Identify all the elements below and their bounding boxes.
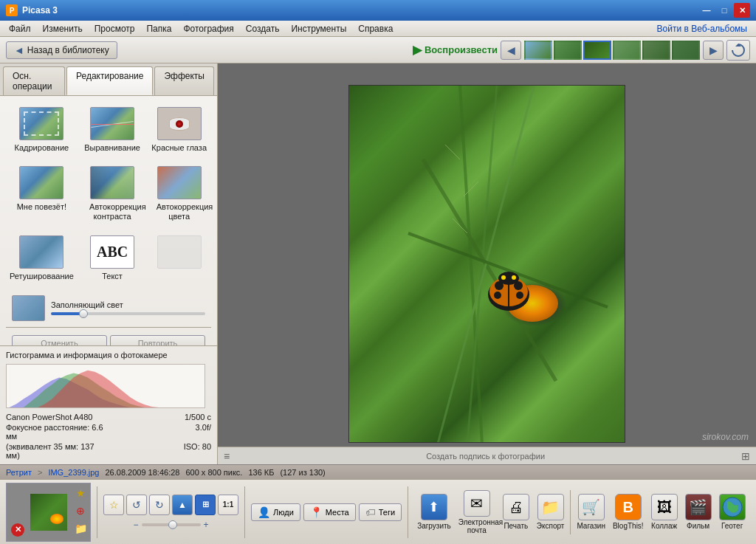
- redo-button[interactable]: Повторить: [110, 335, 205, 345]
- web-albums-link[interactable]: Войти в Веб-альбомы: [651, 22, 753, 35]
- target-icon-btn[interactable]: ⊕: [72, 503, 89, 519]
- tool-crop-thumb: [19, 107, 63, 140]
- iso: ISO: 80: [109, 442, 211, 460]
- status-counter: (127 из 130): [280, 468, 325, 477]
- tab-editing[interactable]: Редактирование: [66, 66, 153, 95]
- caption-left-icon[interactable]: ≡: [224, 450, 230, 462]
- menu-tools[interactable]: Инструменты: [285, 22, 352, 35]
- tools-grid: Кадрирование Выравнивание: [6, 102, 211, 286]
- favorite-button[interactable]: ☆: [103, 495, 124, 515]
- close-button[interactable]: ✕: [734, 3, 750, 18]
- photo-svg: [349, 86, 625, 443]
- status-path[interactable]: Ретрит: [6, 468, 32, 477]
- tags-icon: 🏷: [365, 506, 376, 518]
- rotate-icon: [731, 43, 746, 58]
- panel-content: Кадрирование Выравнивание: [0, 96, 217, 345]
- menu-view[interactable]: Просмотр: [89, 22, 141, 35]
- play-button[interactable]: ▶ Воспроизвести: [413, 43, 498, 57]
- tags-button[interactable]: 🏷 Теги: [359, 503, 402, 521]
- caption-placeholder[interactable]: Создать подпись к фотографии: [236, 452, 735, 461]
- maximize-button[interactable]: □: [716, 3, 732, 18]
- email-icon: ✉: [464, 490, 490, 517]
- svg-point-17: [501, 275, 506, 280]
- thumb-2[interactable]: [554, 41, 582, 60]
- people-icon: 👤: [258, 506, 270, 518]
- tool-color-thumb: [157, 166, 202, 199]
- shop-icon: 🛒: [578, 494, 605, 520]
- svg-line-6: [445, 145, 460, 159]
- thumb-6[interactable]: [672, 41, 700, 60]
- tool-redeye[interactable]: Красные глаза: [147, 102, 211, 158]
- tool-disabled-thumb: [157, 235, 202, 269]
- export-label: Экспорт: [537, 522, 565, 530]
- star-icon-btn[interactable]: ★: [72, 485, 89, 501]
- thumb-3[interactable]: [583, 41, 611, 60]
- action-buttons: ⬆ Загрузить ✉ Электронная почта 🖨 Печать…: [414, 487, 749, 537]
- action-row: Отменить Повторить: [6, 331, 211, 345]
- actual-size-button[interactable]: 1:1: [218, 495, 238, 515]
- thumb-4[interactable]: [613, 41, 641, 60]
- menu-photo[interactable]: Фотография: [177, 22, 239, 35]
- tool-align[interactable]: Выравнивание: [80, 102, 145, 158]
- back-to-library-button[interactable]: ◄ Назад в библиотеку: [6, 41, 117, 59]
- rotate-left-button[interactable]: ↺: [126, 495, 147, 515]
- tool-contrast[interactable]: Автокоррекция контраста: [80, 161, 145, 227]
- play-icon: ▶: [413, 43, 422, 57]
- tab-effects[interactable]: Эффекты: [154, 66, 214, 95]
- play-button-label: Воспроизвести: [425, 44, 498, 55]
- next-photo-button[interactable]: ▶: [703, 41, 724, 60]
- fill-light-thumb: [12, 295, 45, 321]
- bottom-thumbnail[interactable]: [30, 494, 67, 531]
- collage-action[interactable]: 🖼 Коллаж: [648, 491, 681, 533]
- film-action[interactable]: 🎬 Фильм: [682, 491, 715, 533]
- shop-action[interactable]: 🛒 Магазин: [574, 491, 608, 533]
- places-button[interactable]: 📍 Места: [303, 503, 356, 521]
- menu-edit[interactable]: Изменить: [37, 22, 89, 35]
- email-action[interactable]: ✉ Электронная почта: [456, 487, 498, 537]
- fit-to-window-button[interactable]: ⊞: [195, 495, 216, 515]
- status-bar: Ретрит > IMG_2399.jpg 26.08.2009 18:46:2…: [0, 464, 756, 479]
- tool-retouch[interactable]: Ретушироваание: [6, 230, 78, 286]
- rotate-button[interactable]: [726, 40, 750, 61]
- menu-create[interactable]: Создать: [240, 22, 286, 35]
- film-icon: 🎬: [685, 494, 712, 520]
- caption-right-icon[interactable]: ⊞: [741, 450, 750, 462]
- folder-icon-btn[interactable]: 📁: [72, 520, 89, 537]
- fill-light-slider[interactable]: [51, 312, 205, 315]
- menu-help[interactable]: Справка: [352, 22, 399, 35]
- zoom-in-icon[interactable]: +: [204, 520, 209, 530]
- collage-label: Коллаж: [651, 522, 677, 530]
- zoom-slider-thumb[interactable]: [168, 520, 177, 529]
- menu-folder[interactable]: Папка: [140, 22, 177, 35]
- tool-crop[interactable]: Кадрирование: [6, 102, 78, 158]
- print-action[interactable]: 🖨 Печать: [500, 491, 532, 533]
- tool-text[interactable]: ABC Текст: [80, 230, 145, 286]
- fill-light-slider-thumb[interactable]: [79, 309, 88, 318]
- upload-button[interactable]: ▲: [172, 495, 193, 515]
- status-filename[interactable]: IMG_2399.jpg: [48, 468, 99, 477]
- tool-align-thumb: [90, 107, 134, 140]
- tool-redeye-thumb: [157, 107, 202, 140]
- rotate-right-button[interactable]: ↻: [149, 495, 170, 515]
- places-label: Места: [326, 508, 349, 517]
- fill-light-control: Заполняющий свет: [51, 300, 205, 315]
- minimize-button[interactable]: —: [698, 3, 715, 18]
- menu-file[interactable]: Файл: [3, 22, 37, 35]
- people-button[interactable]: 👤 Люди: [251, 503, 300, 521]
- cancel-button[interactable]: Отменить: [12, 335, 107, 345]
- export-action[interactable]: 📁 Экспорт: [534, 491, 568, 533]
- zoom-out-icon[interactable]: −: [133, 520, 138, 530]
- tool-color[interactable]: Автокоррекция цвета: [147, 161, 211, 227]
- print-label: Печать: [504, 522, 528, 530]
- geotag-action[interactable]: Геотег: [716, 491, 749, 533]
- tool-lucky[interactable]: Мне повезёт!: [6, 161, 78, 227]
- zoom-slider[interactable]: [142, 523, 201, 526]
- blog-action[interactable]: B BlogThis!: [610, 491, 647, 533]
- tool-retouch-thumb: [19, 235, 63, 269]
- tab-basic-ops[interactable]: Осн. операции: [3, 66, 65, 95]
- film-label: Фильм: [687, 522, 709, 530]
- thumb-5[interactable]: [642, 41, 670, 60]
- upload-action[interactable]: ⬆ Загрузить: [414, 491, 454, 533]
- thumb-1[interactable]: [524, 41, 552, 60]
- prev-photo-button[interactable]: ◀: [501, 41, 521, 60]
